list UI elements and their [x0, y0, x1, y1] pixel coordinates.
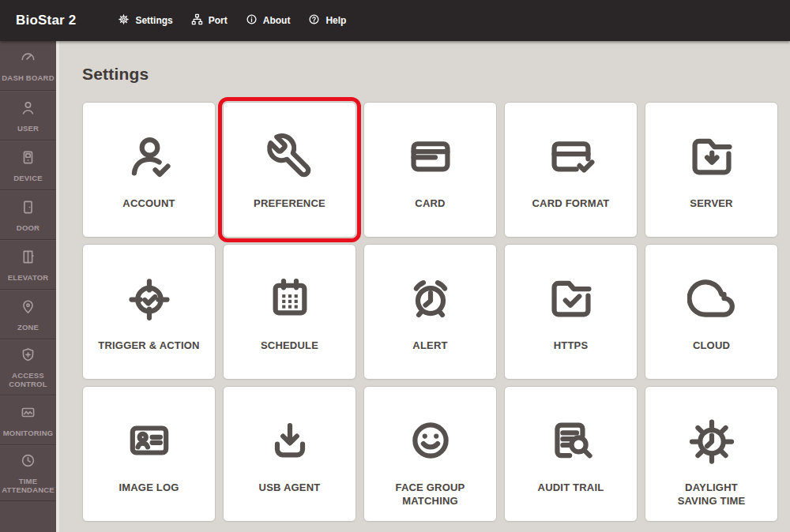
- folder-download-icon: [687, 120, 736, 193]
- sidebar-item-dashboard[interactable]: DASH BOARD: [0, 41, 56, 91]
- settings-card-server[interactable]: SERVER: [645, 102, 778, 238]
- clock-icon: [19, 451, 37, 473]
- sidebar-item-elevator[interactable]: ELEVATOR: [0, 240, 56, 290]
- card-check-icon: [547, 120, 596, 193]
- calendar-icon: [265, 262, 314, 335]
- shield-plus-icon: [19, 346, 37, 367]
- sidebar-label: DOOR: [17, 223, 40, 232]
- sidebar-item-user[interactable]: USER: [0, 91, 56, 140]
- card-label: ACCOUNT: [122, 197, 175, 211]
- account-icon: [125, 120, 174, 193]
- menu-about-label: About: [263, 15, 291, 26]
- user-icon: [19, 99, 37, 120]
- settings-card-account[interactable]: ACCOUNT: [82, 102, 216, 238]
- card-label: ALERT: [412, 339, 447, 353]
- menu-settings-label: Settings: [135, 15, 172, 26]
- card-label: FACE GROUP MATCHING: [371, 481, 490, 508]
- cloud-icon: [687, 262, 736, 335]
- sidebar-item-door[interactable]: DOOR: [0, 190, 56, 240]
- sidebar-label: TIME ATTENDANCE: [2, 477, 55, 495]
- card-label: CARD FORMAT: [532, 197, 610, 211]
- card-label: PREFERENCE: [254, 197, 325, 211]
- settings-card-trigger-action[interactable]: TRIGGER & ACTION: [82, 244, 216, 380]
- sidebar-label: MONITORING: [3, 429, 54, 437]
- menu-port-label: Port: [209, 15, 228, 26]
- card-label: IMAGE LOG: [118, 481, 179, 495]
- settings-card-preference[interactable]: PREFERENCE: [223, 102, 356, 238]
- elevator-icon: [19, 248, 37, 269]
- wrench-icon: [265, 120, 314, 193]
- document-search-icon: [547, 404, 596, 477]
- menu-settings[interactable]: Settings: [117, 13, 172, 28]
- settings-card-daylight-saving-time[interactable]: DAYLIGHT SAVING TIME: [645, 386, 778, 522]
- menu-about[interactable]: About: [245, 13, 291, 28]
- sidebar-label: USER: [17, 124, 39, 133]
- sidebar-item-device[interactable]: DEVICE: [0, 140, 56, 190]
- crosshair-check-icon: [125, 262, 174, 335]
- door-icon: [19, 198, 37, 219]
- top-menu: Settings Port About Help: [117, 13, 346, 28]
- card-label: USB AGENT: [259, 481, 321, 495]
- settings-card-audit-trail[interactable]: AUDIT TRAIL: [504, 386, 638, 522]
- sidebar-label: DASH BOARD: [2, 73, 54, 82]
- download-tray-icon: [265, 404, 314, 477]
- sidebar-label: ZONE: [17, 323, 39, 332]
- settings-card-card-format[interactable]: CARD FORMAT: [504, 102, 638, 238]
- folder-check-icon: [547, 262, 596, 335]
- page-title: Settings: [82, 65, 778, 84]
- smiley-face-icon: [406, 404, 455, 477]
- help-icon: [307, 13, 321, 28]
- card-label: DAYLIGHT SAVING TIME: [674, 481, 750, 508]
- id-card-icon: [125, 404, 174, 477]
- card-label: SERVER: [690, 197, 732, 211]
- settings-grid: ACCOUNT PREFERENCE CARD CARD FORMAT SERV: [82, 102, 778, 522]
- top-bar: BioStar 2 Settings Port About Help: [0, 0, 790, 41]
- settings-card-alert[interactable]: ALERT: [363, 244, 497, 380]
- gauge-icon: [19, 48, 37, 69]
- app-logo: BioStar 2: [16, 13, 76, 28]
- card-label: HTTPS: [554, 339, 589, 353]
- card-label: CARD: [415, 197, 445, 211]
- sidebar-item-time-attendance[interactable]: TIME ATTENDANCE: [0, 445, 56, 501]
- sidebar-item-access-control[interactable]: ACCESS CONTROL: [0, 339, 56, 395]
- sidebar-nav: DASH BOARD USER DEVICE DOOR ELEVATOR ZON…: [0, 41, 56, 532]
- settings-card-image-log[interactable]: IMAGE LOG: [82, 386, 216, 522]
- monitor-wave-icon: [19, 403, 37, 425]
- settings-card-schedule[interactable]: SCHEDULE: [223, 244, 356, 380]
- network-icon: [190, 13, 204, 28]
- card-label: AUDIT TRAIL: [538, 481, 604, 495]
- device-icon: [19, 148, 37, 170]
- card-label: TRIGGER & ACTION: [98, 339, 199, 353]
- card-label: CLOUD: [693, 339, 730, 353]
- settings-card-card[interactable]: CARD: [363, 102, 497, 238]
- settings-card-face-group-matching[interactable]: FACE GROUP MATCHING: [363, 386, 497, 522]
- sidebar-label: ELEVATOR: [8, 273, 49, 282]
- sidebar-item-monitoring[interactable]: MONITORING: [0, 395, 56, 445]
- map-pin-icon: [19, 298, 37, 319]
- settings-card-https[interactable]: HTTPS: [504, 244, 638, 380]
- sidebar-label: DEVICE: [13, 174, 43, 182]
- card-icon: [406, 120, 455, 193]
- alarm-clock-icon: [406, 262, 455, 335]
- menu-help[interactable]: Help: [307, 13, 346, 28]
- settings-card-usb-agent[interactable]: USB AGENT: [223, 386, 356, 522]
- sun-clock-icon: [687, 404, 736, 477]
- sidebar-label: ACCESS CONTROL: [2, 371, 55, 389]
- card-label: SCHEDULE: [261, 339, 318, 353]
- gear-icon: [117, 13, 130, 28]
- main-content: Settings ACCOUNT PREFERENCE CARD CARD FO…: [56, 41, 790, 532]
- settings-card-cloud[interactable]: CLOUD: [645, 244, 778, 380]
- menu-port[interactable]: Port: [190, 13, 228, 28]
- info-icon: [245, 13, 258, 28]
- menu-help-label: Help: [325, 15, 346, 26]
- sidebar-item-zone[interactable]: ZONE: [0, 290, 56, 339]
